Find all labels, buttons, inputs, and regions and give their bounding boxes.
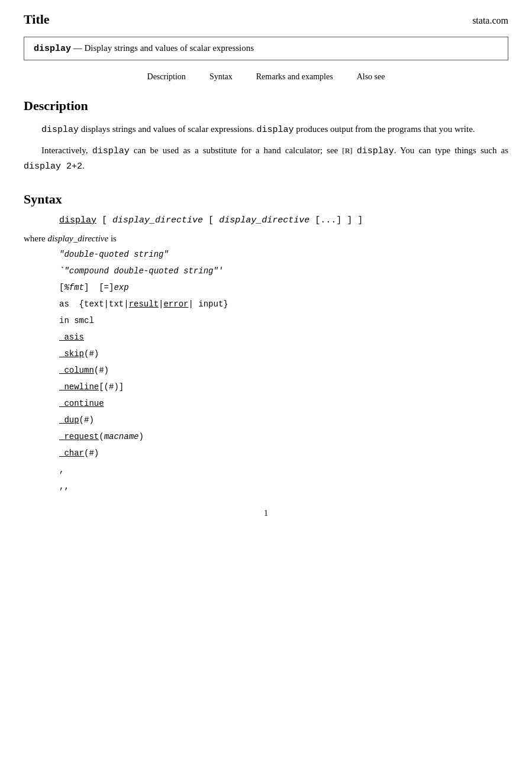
cdq-string-em: `"compound double-quoted string"': [59, 266, 223, 276]
syntax-heading: Syntax: [24, 192, 508, 207]
command-box: display — Display strings and values of …: [24, 37, 508, 60]
description-section: Description display displays strings and…: [24, 98, 508, 174]
command-description: Display strings and values of scalar exp…: [85, 43, 254, 53]
description-heading: Description: [24, 98, 508, 114]
bracket-inner-close: ]: [347, 215, 352, 225]
command-name: display: [34, 44, 71, 54]
directive-comma: ,: [59, 465, 508, 474]
display-mono-2: display: [256, 125, 294, 135]
nav-also-see[interactable]: Also see: [357, 72, 385, 82]
nav-description[interactable]: Description: [147, 72, 186, 82]
directive-continue: _continue: [59, 399, 508, 408]
display-mono-1: display: [41, 125, 79, 135]
skip-underline: _skip: [59, 349, 84, 359]
ellipsis: [...]: [315, 215, 341, 225]
exp-em: exp: [114, 283, 128, 292]
directive-in-smcl: in smcl: [59, 316, 508, 325]
directive-request: _request(macname): [59, 432, 508, 441]
directive-compound-quoted: `"compound double-quoted string"': [59, 266, 508, 276]
directive-fmt-exp: [%fmt] [=]exp: [59, 283, 508, 292]
continue-underline: _continue: [59, 399, 104, 408]
page-title: Title: [24, 12, 50, 27]
nav-syntax[interactable]: Syntax: [209, 72, 233, 82]
where-line: where display_directive is: [24, 234, 508, 244]
dq-string-em: "double-quoted string": [59, 250, 169, 259]
directive-double-comma: ,,: [59, 482, 508, 491]
asis-underline: _asis: [59, 332, 84, 342]
result-underline: result: [129, 299, 159, 309]
directive-double-quoted: "double-quoted string": [59, 250, 508, 259]
stata-logo: stata.com: [472, 15, 508, 26]
pct-fmt-em: %fmt: [64, 283, 84, 292]
newline-underline: _newline: [59, 382, 99, 392]
dup-underline: _dup: [59, 415, 79, 425]
request-underline: _request: [59, 432, 99, 441]
macname-em: macname: [104, 432, 139, 441]
display-cmd: display: [59, 215, 96, 225]
syntax-section: Syntax display [ display_directive [ dis…: [24, 192, 508, 491]
directive-italic-2: display_directive: [219, 215, 309, 225]
directive-char: _char(#): [59, 448, 508, 458]
directive-asis: _asis: [59, 332, 508, 342]
description-para-2: Interactively, display can be used as a …: [24, 143, 508, 174]
error-underline: error: [163, 299, 188, 309]
directive-dup: _dup(#): [59, 415, 508, 425]
display-mono-3: display: [92, 146, 130, 156]
ref-r: [R]: [342, 146, 352, 155]
directive-skip: _skip(#): [59, 349, 508, 359]
display-example: display 2+2: [24, 162, 82, 172]
column-underline: _column: [59, 366, 94, 375]
directive-newline: _newline[(#)]: [59, 382, 508, 392]
page-header: Title stata.com: [24, 12, 508, 27]
bracket-inner-open: [: [208, 215, 214, 225]
display-mono-4: display: [357, 146, 394, 156]
bracket-open: [: [102, 215, 107, 225]
bracket-close: ]: [357, 215, 363, 225]
directive-as: as {text|txt|result|error| input}: [59, 299, 508, 309]
description-para-1: display displays strings and values of s…: [24, 122, 508, 137]
nav-links: Description Syntax Remarks and examples …: [24, 72, 508, 82]
directive-italic-1: display_directive: [112, 215, 203, 225]
directive-column: _column(#): [59, 366, 508, 375]
command-separator: —: [73, 43, 85, 53]
char-underline: _char: [59, 448, 84, 458]
page-number: 1: [24, 509, 508, 518]
main-syntax-line: display [ display_directive [ display_di…: [59, 215, 508, 225]
directive-em: display_directive: [47, 234, 108, 243]
nav-remarks[interactable]: Remarks and examples: [256, 72, 333, 82]
